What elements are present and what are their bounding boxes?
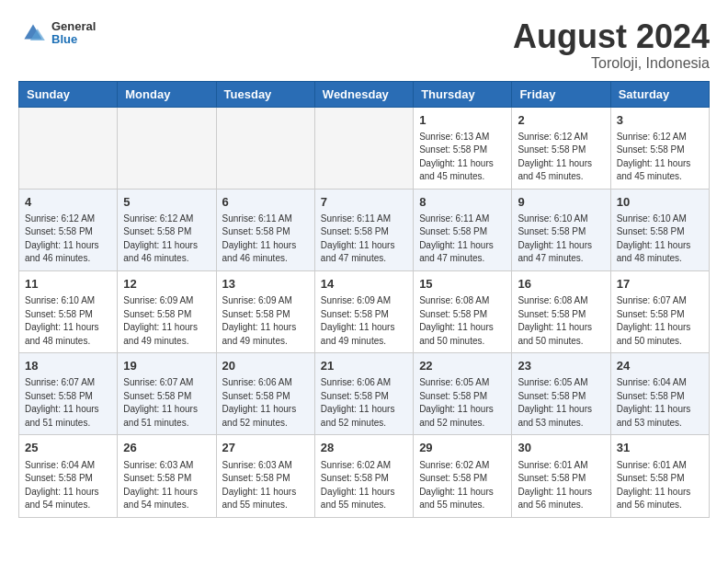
day-info: Sunrise: 6:11 AMSunset: 5:58 PMDaylight:… <box>419 213 506 266</box>
calendar-cell: 2Sunrise: 6:12 AMSunset: 5:58 PMDaylight… <box>512 107 610 189</box>
day-info: Sunrise: 6:03 AMSunset: 5:58 PMDaylight:… <box>222 459 309 512</box>
day-number: 1 <box>419 112 506 129</box>
day-number: 16 <box>518 276 604 293</box>
day-number: 22 <box>419 358 506 374</box>
day-number: 25 <box>25 440 111 456</box>
calendar-cell: 6Sunrise: 6:11 AMSunset: 5:58 PMDaylight… <box>216 189 314 270</box>
logo-icon <box>18 18 48 48</box>
calendar-cell: 30Sunrise: 6:01 AMSunset: 5:58 PMDayligh… <box>512 435 610 517</box>
day-info: Sunrise: 6:06 AMSunset: 5:58 PMDaylight:… <box>222 376 309 430</box>
calendar-cell: 21Sunrise: 6:06 AMSunset: 5:58 PMDayligh… <box>314 353 413 435</box>
day-number: 20 <box>222 358 309 374</box>
day-number: 12 <box>123 276 210 293</box>
month-year: August 2024 <box>513 18 710 55</box>
day-info: Sunrise: 6:09 AMSunset: 5:58 PMDaylight:… <box>123 294 210 348</box>
calendar-cell: 3Sunrise: 6:12 AMSunset: 5:58 PMDaylight… <box>610 107 709 189</box>
day-number: 11 <box>25 276 111 293</box>
day-number: 21 <box>321 358 407 374</box>
day-info: Sunrise: 6:02 AMSunset: 5:58 PMDaylight:… <box>321 459 407 512</box>
day-info: Sunrise: 6:01 AMSunset: 5:58 PMDaylight:… <box>617 459 703 512</box>
day-info: Sunrise: 6:07 AMSunset: 5:58 PMDaylight:… <box>617 294 703 348</box>
calendar-week-row: 1Sunrise: 6:13 AMSunset: 5:58 PMDaylight… <box>19 107 710 189</box>
day-info: Sunrise: 6:09 AMSunset: 5:58 PMDaylight:… <box>321 294 407 348</box>
logo-general: General <box>51 20 96 33</box>
day-number: 7 <box>321 194 407 211</box>
day-number: 19 <box>123 358 210 374</box>
day-info: Sunrise: 6:12 AMSunset: 5:58 PMDaylight:… <box>123 213 210 266</box>
day-info: Sunrise: 6:10 AMSunset: 5:58 PMDaylight:… <box>518 213 604 266</box>
day-number: 27 <box>222 440 309 456</box>
day-number: 23 <box>518 358 604 374</box>
calendar-cell: 24Sunrise: 6:04 AMSunset: 5:58 PMDayligh… <box>610 353 709 435</box>
calendar-cell: 27Sunrise: 6:03 AMSunset: 5:58 PMDayligh… <box>216 435 314 517</box>
logo: General Blue <box>18 18 96 48</box>
day-number: 18 <box>25 358 111 374</box>
day-info: Sunrise: 6:07 AMSunset: 5:58 PMDaylight:… <box>25 376 111 430</box>
calendar-header-row: SundayMondayTuesdayWednesdayThursdayFrid… <box>19 81 710 107</box>
logo-blue: Blue <box>51 33 96 46</box>
calendar-cell: 12Sunrise: 6:09 AMSunset: 5:58 PMDayligh… <box>118 270 216 352</box>
calendar-week-row: 4Sunrise: 6:12 AMSunset: 5:58 PMDaylight… <box>19 189 710 270</box>
calendar-cell: 23Sunrise: 6:05 AMSunset: 5:58 PMDayligh… <box>512 353 610 435</box>
day-info: Sunrise: 6:01 AMSunset: 5:58 PMDaylight:… <box>518 459 604 512</box>
calendar-week-row: 18Sunrise: 6:07 AMSunset: 5:58 PMDayligh… <box>19 353 710 435</box>
day-info: Sunrise: 6:06 AMSunset: 5:58 PMDaylight:… <box>321 376 407 430</box>
page-header: General Blue August 2024 Toroloji, Indon… <box>18 18 710 72</box>
calendar-cell: 19Sunrise: 6:07 AMSunset: 5:58 PMDayligh… <box>118 353 216 435</box>
day-number: 31 <box>617 440 703 456</box>
day-number: 4 <box>25 194 111 211</box>
calendar-cell: 16Sunrise: 6:08 AMSunset: 5:58 PMDayligh… <box>512 270 610 352</box>
day-header-monday: Monday <box>118 81 216 107</box>
day-header-wednesday: Wednesday <box>314 81 413 107</box>
calendar-cell: 25Sunrise: 6:04 AMSunset: 5:58 PMDayligh… <box>19 435 118 517</box>
day-number: 2 <box>518 112 604 129</box>
calendar-cell: 13Sunrise: 6:09 AMSunset: 5:58 PMDayligh… <box>216 270 314 352</box>
day-number: 6 <box>222 194 309 211</box>
day-info: Sunrise: 6:02 AMSunset: 5:58 PMDaylight:… <box>419 459 506 512</box>
day-info: Sunrise: 6:10 AMSunset: 5:58 PMDaylight:… <box>617 213 703 266</box>
day-header-sunday: Sunday <box>19 81 118 107</box>
day-header-friday: Friday <box>512 81 610 107</box>
calendar-cell: 28Sunrise: 6:02 AMSunset: 5:58 PMDayligh… <box>314 435 413 517</box>
day-info: Sunrise: 6:11 AMSunset: 5:58 PMDaylight:… <box>321 213 407 266</box>
day-info: Sunrise: 6:12 AMSunset: 5:58 PMDaylight:… <box>617 131 703 184</box>
calendar-cell: 14Sunrise: 6:09 AMSunset: 5:58 PMDayligh… <box>314 270 413 352</box>
location: Toroloji, Indonesia <box>513 55 710 72</box>
calendar-cell: 17Sunrise: 6:07 AMSunset: 5:58 PMDayligh… <box>610 270 709 352</box>
calendar-cell <box>314 107 413 189</box>
day-info: Sunrise: 6:08 AMSunset: 5:58 PMDaylight:… <box>518 294 604 348</box>
calendar-cell: 11Sunrise: 6:10 AMSunset: 5:58 PMDayligh… <box>19 270 118 352</box>
day-number: 15 <box>419 276 506 293</box>
logo-text: General Blue <box>51 20 96 47</box>
calendar-cell: 4Sunrise: 6:12 AMSunset: 5:58 PMDaylight… <box>19 189 118 270</box>
day-info: Sunrise: 6:07 AMSunset: 5:58 PMDaylight:… <box>123 376 210 430</box>
day-info: Sunrise: 6:08 AMSunset: 5:58 PMDaylight:… <box>419 294 506 348</box>
day-number: 29 <box>419 440 506 456</box>
day-info: Sunrise: 6:13 AMSunset: 5:58 PMDaylight:… <box>419 131 506 184</box>
calendar-cell: 26Sunrise: 6:03 AMSunset: 5:58 PMDayligh… <box>118 435 216 517</box>
day-number: 17 <box>617 276 703 293</box>
calendar-cell: 9Sunrise: 6:10 AMSunset: 5:58 PMDaylight… <box>512 189 610 270</box>
day-header-saturday: Saturday <box>610 81 709 107</box>
calendar-cell: 10Sunrise: 6:10 AMSunset: 5:58 PMDayligh… <box>610 189 709 270</box>
day-header-thursday: Thursday <box>414 81 512 107</box>
day-info: Sunrise: 6:03 AMSunset: 5:58 PMDaylight:… <box>123 459 210 512</box>
day-info: Sunrise: 6:05 AMSunset: 5:58 PMDaylight:… <box>518 376 604 430</box>
calendar-cell: 15Sunrise: 6:08 AMSunset: 5:58 PMDayligh… <box>414 270 512 352</box>
day-info: Sunrise: 6:04 AMSunset: 5:58 PMDaylight:… <box>25 459 111 512</box>
calendar-cell: 20Sunrise: 6:06 AMSunset: 5:58 PMDayligh… <box>216 353 314 435</box>
day-number: 3 <box>617 112 703 129</box>
day-number: 9 <box>518 194 604 211</box>
calendar: SundayMondayTuesdayWednesdayThursdayFrid… <box>18 81 710 518</box>
day-number: 24 <box>617 358 703 374</box>
day-number: 30 <box>518 440 604 456</box>
day-number: 10 <box>617 194 703 211</box>
calendar-cell: 31Sunrise: 6:01 AMSunset: 5:58 PMDayligh… <box>610 435 709 517</box>
calendar-cell: 1Sunrise: 6:13 AMSunset: 5:58 PMDaylight… <box>414 107 512 189</box>
day-info: Sunrise: 6:12 AMSunset: 5:58 PMDaylight:… <box>518 131 604 184</box>
day-number: 8 <box>419 194 506 211</box>
day-number: 5 <box>123 194 210 211</box>
calendar-cell: 7Sunrise: 6:11 AMSunset: 5:58 PMDaylight… <box>314 189 413 270</box>
day-info: Sunrise: 6:11 AMSunset: 5:58 PMDaylight:… <box>222 213 309 266</box>
day-info: Sunrise: 6:04 AMSunset: 5:58 PMDaylight:… <box>617 376 703 430</box>
